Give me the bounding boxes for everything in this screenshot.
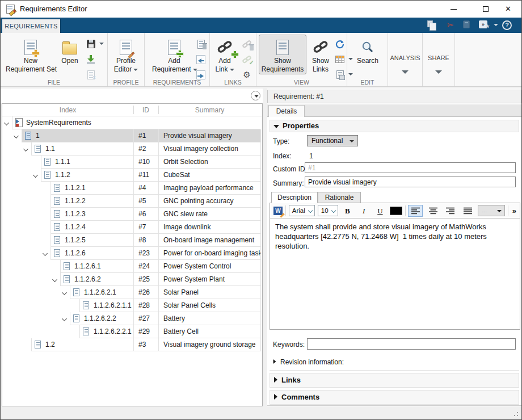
summary-field[interactable] (305, 177, 516, 187)
underline-button[interactable]: U (373, 205, 387, 217)
import-button[interactable] (83, 52, 98, 67)
align-left-button[interactable] (408, 205, 423, 217)
links-section-header[interactable]: Links (270, 373, 519, 388)
table-row[interactable]: 1.1.2.6.1#24Power System Control (2, 260, 262, 273)
tab-description[interactable]: Description (271, 192, 318, 203)
table-row[interactable]: SystemRequirements (2, 116, 262, 129)
analysis-caret-icon (402, 70, 409, 74)
keywords-input[interactable] (307, 338, 516, 350)
demote-requirement-icon (196, 70, 205, 79)
table-row[interactable]: 1.1.2.1#4Imaging payload performance (2, 182, 262, 195)
maximize-button[interactable] (473, 1, 498, 18)
paste-button[interactable] (463, 20, 470, 31)
index-cell: 1.1.2.6.1 (60, 260, 133, 273)
expand-chevron-icon[interactable] (14, 133, 19, 138)
tab-rationale[interactable]: Rationale (318, 192, 361, 203)
column-header-summary[interactable]: Summary (158, 104, 261, 116)
add-requirement-button[interactable]: Add Requirement (151, 35, 197, 74)
share-button[interactable]: SHARE (424, 39, 453, 74)
font-color-button[interactable] (390, 207, 402, 215)
delete-link-button[interactable] (239, 36, 254, 52)
profile-editor-button[interactable]: Profile Editor (111, 35, 141, 74)
cut-button[interactable]: ✂ (447, 20, 454, 31)
row-index-label: 1.1.2.6.2.1 (84, 286, 116, 299)
show-requirements-button[interactable]: Show Requirements (259, 35, 306, 74)
table-row[interactable]: 1.1.2.6.2.2#27Battery (2, 312, 262, 325)
custom-id-field[interactable] (305, 162, 516, 173)
table-row[interactable]: 1.2#3Visual imagery ground storage (2, 338, 262, 351)
toolbar-overflow-icon[interactable]: » (512, 207, 516, 215)
requirements-editor-window: Requirements Editor ✕ REQUIREMENTS ✂ »★ … (0, 0, 522, 420)
tab-details[interactable]: Details (268, 105, 305, 117)
save-button[interactable] (83, 36, 98, 52)
table-row[interactable]: 1.1.2.6.2.1#26Solar Panel (2, 286, 262, 299)
save-caret-icon[interactable] (99, 43, 104, 45)
align-center-button[interactable] (426, 205, 440, 217)
align-right-button[interactable] (443, 205, 458, 217)
properties-section-header[interactable]: Properties (270, 120, 519, 132)
help-button[interactable]: ? (502, 20, 512, 30)
minimize-button[interactable] (441, 1, 466, 18)
editor-toolbar: W Arial 10 B I U … » (270, 203, 520, 218)
list-style-dropdown[interactable]: … (478, 205, 505, 216)
collapse-panel-icon[interactable] (251, 91, 260, 100)
table-row[interactable]: 1.1.2#11CubeSat (2, 169, 262, 182)
columns-button[interactable] (332, 52, 347, 67)
promote-requirement-button[interactable] (193, 52, 208, 67)
expand-chevron-icon[interactable] (43, 251, 48, 256)
refresh-button[interactable] (332, 36, 347, 52)
font-size-combo[interactable]: 10 (318, 205, 338, 216)
quick-access-caret-icon[interactable] (494, 24, 498, 26)
table-row[interactable]: 1.1.2.5#8On-board image management (2, 234, 262, 247)
search-button[interactable]: Search (353, 35, 382, 66)
open-button[interactable]: Open (57, 35, 82, 66)
expand-chevron-icon[interactable] (33, 173, 38, 178)
table-row[interactable]: 1.1.1#10Orbit Selection (2, 156, 262, 169)
copy-icon (427, 20, 433, 27)
revision-info-toggle[interactable]: Revision information: (273, 358, 344, 366)
expand-chevron-icon[interactable] (62, 316, 67, 321)
table-row[interactable]: 1.1.2.2#5GNC pointing accuracy (2, 195, 262, 208)
copy-button[interactable] (427, 20, 435, 31)
delete-requirement-button[interactable] (193, 36, 208, 52)
new-requirement-set-button[interactable]: New Requirement Set (5, 35, 56, 74)
table-row[interactable]: 1.1#2Visual imagery collection (2, 142, 262, 156)
add-link-button[interactable]: Add Link (212, 35, 237, 74)
analysis-button[interactable]: ANALYSIS (389, 39, 421, 74)
resize-grip[interactable] (513, 411, 519, 417)
index-cell: 1.1.2.6.2.2.1 (79, 325, 133, 338)
align-justify-button[interactable] (461, 205, 475, 217)
column-header-id[interactable]: ID (133, 104, 158, 116)
expand-triangle-icon (274, 394, 277, 400)
column-header-index[interactable]: Index (2, 104, 133, 116)
table-row[interactable]: 1.1.2.6.2.2.1#29Battery Cell (2, 325, 262, 338)
index-cell: 1.1.2.6.2.2 (70, 312, 133, 325)
bold-button[interactable]: B (341, 205, 355, 217)
section-analysis: ANALYSIS (388, 33, 423, 86)
expand-chevron-icon[interactable] (23, 146, 28, 152)
expand-chevron-icon[interactable] (52, 277, 57, 282)
verify-link-button[interactable]: ✓ (239, 52, 254, 67)
quick-access-button[interactable]: »★ (479, 20, 487, 28)
requirement-header: Requirement: #1 (267, 90, 521, 103)
close-button[interactable]: ✕ (495, 1, 521, 18)
table-row[interactable]: 1.1.2.4#7Image downlink (2, 221, 262, 234)
table-row[interactable]: 1#1Provide visual imagery (2, 129, 262, 142)
table-row[interactable]: 1.1.2.6.2#25Power System Plant (2, 273, 262, 286)
table-row[interactable]: 1.1.2.3#6GNC slew rate (2, 208, 262, 221)
table-row[interactable]: 1.1.2.6#23Power for on-board imaging tas… (2, 247, 262, 260)
tab-requirements[interactable]: REQUIREMENTS (2, 19, 61, 33)
show-links-button[interactable]: Show Links (309, 35, 332, 74)
comments-section-header[interactable]: Comments (270, 390, 519, 405)
type-dropdown[interactable]: Functional (307, 135, 358, 146)
view-options-icon (336, 70, 344, 79)
expand-chevron-icon[interactable] (4, 120, 9, 125)
word-export-icon[interactable]: W (273, 207, 283, 215)
expand-chevron-icon[interactable] (62, 290, 67, 295)
italic-button[interactable]: I (357, 205, 371, 217)
font-family-combo[interactable]: Arial (289, 205, 315, 216)
description-text[interactable]: The system shall provide and store visua… (270, 218, 520, 329)
show-links-label-1: Show (309, 57, 332, 65)
table-row[interactable]: 1.1.2.6.2.1.1#28Solar Panel Cells (2, 299, 262, 312)
combo-chevron-icon (331, 208, 335, 213)
